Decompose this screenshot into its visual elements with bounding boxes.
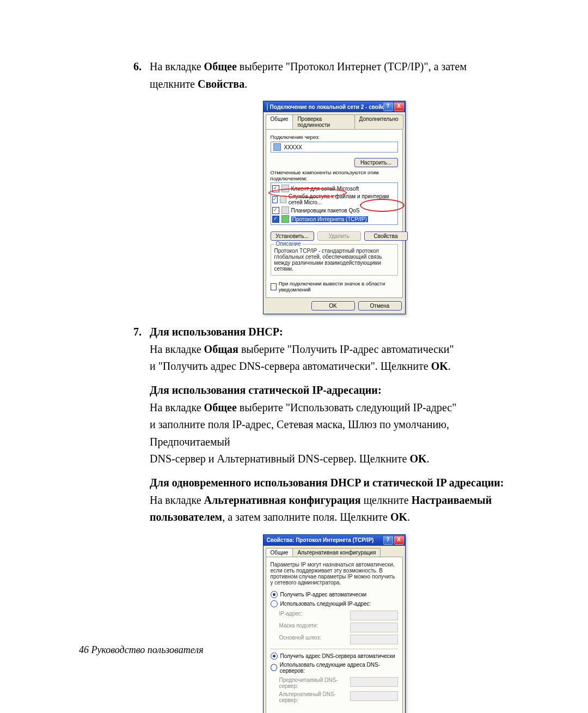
adapter-name: XXXXX xyxy=(284,144,302,150)
description-text: Протокол TCP/IP - стандартный протокол г… xyxy=(274,248,394,272)
radio-auto-ip-label: Получить IP-адрес автоматически xyxy=(280,592,367,598)
checkbox-icon: ✓ xyxy=(272,196,278,203)
t: DNS-сервер и Альтернативный DNS-сервер. … xyxy=(150,453,409,465)
t: и заполните поля IP-адрес, Сетевая маска… xyxy=(150,418,534,432)
tab-general[interactable]: Общие xyxy=(266,548,293,557)
component-qos-label: Планировщик пакетов QoS xyxy=(291,208,360,214)
component-tcpip[interactable]: ✓ Протокол Интернета (TCP/IP) xyxy=(272,215,396,223)
t: OK xyxy=(409,453,426,465)
component-tcpip-label: Протокол Интернета (TCP/IP) xyxy=(291,216,368,222)
t: На вкладке xyxy=(150,494,204,506)
description-title: Описание xyxy=(274,241,303,247)
mask-label: Маска подсети: xyxy=(279,623,345,632)
t: выберите "Использовать следующий IP-адре… xyxy=(237,401,457,413)
component-share[interactable]: ✓ Служба доступа к файлам и принтерам се… xyxy=(272,193,396,206)
dns1-input xyxy=(350,677,398,687)
dns2-label: Альтернативный DNS-сервер: xyxy=(279,691,345,703)
connect-through-label: Подключение через: xyxy=(271,134,398,140)
properties-button[interactable]: Свойства xyxy=(364,231,408,241)
t: Настраиваемый xyxy=(412,494,492,506)
t: На вкладке xyxy=(150,343,204,355)
adapter-icon xyxy=(273,143,281,151)
close-button[interactable]: X xyxy=(394,102,404,111)
radio-auto-ip[interactable]: Получить IP-адрес автоматически xyxy=(271,590,398,599)
help-button[interactable]: ? xyxy=(383,102,393,111)
radio-use-ip[interactable]: Использовать следующий IP-адрес: xyxy=(271,599,398,608)
radio-auto-dns[interactable]: Получить адрес DNS-сервера автоматически xyxy=(271,651,398,661)
t: пользователем xyxy=(150,511,222,523)
step7-h1: Для использования DHCP: xyxy=(150,325,534,339)
step6-line1c: выберите "Протокол Интернет (TCP/IP)", а… xyxy=(237,60,467,72)
radio-use-dns-label: Использовать следующие адреса DNS-сервер… xyxy=(280,662,398,674)
cancel-button[interactable]: Отмена xyxy=(358,301,402,310)
step6-line2c: . xyxy=(244,78,247,90)
step7-h3: Для одновременного использования DHCP и … xyxy=(150,476,534,490)
components-label: Отмеченные компоненты используются этим … xyxy=(271,169,398,181)
radio-icon xyxy=(271,653,278,660)
tab-advanced[interactable]: Дополнительно xyxy=(354,114,403,129)
step-7-number: 7. xyxy=(133,325,150,528)
tray-label: При подключении вывести значок в области… xyxy=(279,281,398,292)
t: Общая xyxy=(204,343,238,355)
radio-icon xyxy=(271,664,277,671)
share-icon xyxy=(280,196,286,203)
component-share-label: Служба доступа к файлам и принтерам сете… xyxy=(289,193,396,205)
remove-button: Удалить xyxy=(317,231,361,241)
help-button[interactable]: ? xyxy=(383,536,393,545)
step6-line1a: На вкладке xyxy=(150,60,204,72)
dlg1-titlebar: Подключение по локальной сети 2 - свойс…… xyxy=(264,101,405,112)
radio-auto-dns-label: Получить адрес DNS-сервера автоматически xyxy=(280,653,395,659)
t: На вкладке xyxy=(150,401,204,413)
t: Общее xyxy=(204,401,237,413)
t: . xyxy=(427,453,430,465)
component-client-label: Клиент для сетей Microsoft xyxy=(291,186,359,192)
checkbox-icon: ✓ xyxy=(272,185,279,192)
radio-use-ip-label: Использовать следующий IP-адрес: xyxy=(280,601,371,607)
component-qos[interactable]: ✓ Планировщик пакетов QoS xyxy=(272,206,396,215)
radio-icon xyxy=(271,600,278,607)
component-client[interactable]: ✓ Клиент для сетей Microsoft xyxy=(272,184,396,193)
step-6: 6. На вкладке Общее выберите "Протокол И… xyxy=(133,60,534,94)
client-icon xyxy=(281,185,289,192)
step6-line2b: Свойства xyxy=(198,78,244,90)
ip-label: IP-адрес: xyxy=(279,611,345,620)
t: . xyxy=(407,511,410,523)
dlg1-title: Подключение по локальной сети 2 - свойс… xyxy=(270,104,383,110)
page-footer: 46 Руководство пользователя xyxy=(79,644,204,656)
radio-use-dns[interactable]: Использовать следующие адреса DNS-сервер… xyxy=(271,661,398,675)
tab-auth[interactable]: Проверка подлинности xyxy=(292,114,354,129)
t: . xyxy=(448,360,451,372)
ip-input xyxy=(350,611,398,620)
tcpip-icon xyxy=(281,215,289,223)
step-7: 7. Для использования DHCP: На вкладке Об… xyxy=(133,325,534,528)
dlg2-titlebar: Свойства: Протокол Интернета (TCP/IP) ? … xyxy=(264,535,405,546)
mask-input xyxy=(350,623,398,632)
t: OK xyxy=(390,511,407,523)
tcpip-properties-dialog: Свойства: Протокол Интернета (TCP/IP) ? … xyxy=(263,534,406,713)
t: выберите "Получить IP-адрес автоматическ… xyxy=(238,343,454,355)
tray-checkbox[interactable] xyxy=(271,283,277,290)
checkbox-icon: ✓ xyxy=(272,207,279,214)
ok-button[interactable]: OK xyxy=(311,301,355,310)
t: Предпочитаемый xyxy=(150,435,534,449)
step6-line1b: Общее xyxy=(204,60,237,72)
checkbox-icon: ✓ xyxy=(272,216,279,223)
tab-alt-config[interactable]: Альтернативная конфигурация xyxy=(292,548,381,557)
t: OK xyxy=(431,360,448,372)
step7-h2: Для использования статической IP-адресац… xyxy=(150,383,534,398)
dns2-input xyxy=(350,691,398,701)
radio-icon xyxy=(271,591,278,598)
step6-line2a: щелкните xyxy=(150,78,198,90)
install-button[interactable]: Установить... xyxy=(271,231,314,241)
close-button[interactable]: X xyxy=(394,536,404,545)
tab-general[interactable]: Общие xyxy=(266,114,293,129)
t: щелкните xyxy=(361,494,412,506)
lan-properties-dialog: Подключение по локальной сети 2 - свойс…… xyxy=(263,101,406,314)
dns1-label: Предпочитаемый DNS-сервер: xyxy=(279,677,345,689)
gw-input xyxy=(350,635,398,644)
t: Альтернативная конфигурация xyxy=(204,494,361,506)
network-icon xyxy=(267,103,268,111)
configure-button[interactable]: Настроить... xyxy=(354,158,398,167)
step-6-number: 6. xyxy=(133,60,150,94)
dlg2-title: Свойства: Протокол Интернета (TCP/IP) xyxy=(267,537,374,543)
